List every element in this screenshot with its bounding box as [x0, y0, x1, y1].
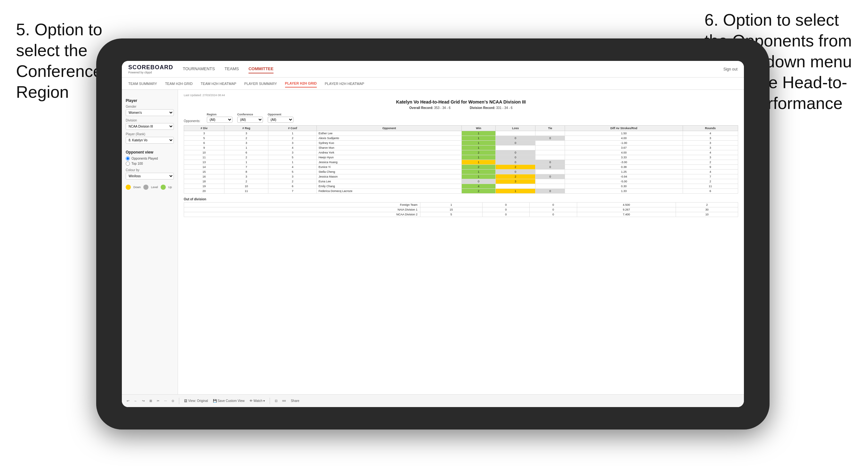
- toolbar-cut[interactable]: ✂: [157, 399, 159, 403]
- sub-nav-team-h2h-grid[interactable]: TEAM H2H GRID: [165, 80, 193, 87]
- colour-by-select[interactable]: Win/loss: [126, 173, 174, 180]
- logo-area: SCOREBOARD Powered by clippd: [128, 64, 173, 74]
- nav-tab-teams[interactable]: TEAMS: [224, 65, 239, 73]
- sub-nav-team-h2h-heatmap[interactable]: TEAM H2H HEATMAP: [201, 80, 236, 87]
- colour-level-label: Level: [151, 186, 158, 189]
- sub-nav-team-summary[interactable]: TEAM SUMMARY: [128, 80, 157, 87]
- ood-table-row: Foreign Team1004.5002: [184, 203, 738, 207]
- th-conf: # Conf: [268, 126, 317, 131]
- toolbar-back[interactable]: ←: [134, 399, 137, 403]
- th-opponent: Opponent: [317, 126, 461, 131]
- th-div: # Div: [184, 126, 224, 131]
- player-rank-label: Player (Rank): [126, 132, 174, 136]
- table-row: 331Esther Lee11.504: [184, 131, 738, 136]
- nav-tabs: TOURNAMENTS TEAMS COMMITTEE: [183, 65, 723, 73]
- out-of-division-table: Foreign Team1004.5002NAIA Division 11500…: [184, 202, 738, 217]
- colour-level-dot: [143, 185, 149, 190]
- th-diff: Diff Av Strokes/Rnd: [565, 126, 683, 131]
- ood-table-row: NAIA Division 115009.26730: [184, 207, 738, 212]
- nav-tab-committee[interactable]: COMMITTEE: [248, 65, 274, 73]
- filter-row: Opponents: Region (All) Conference (All): [184, 113, 738, 123]
- toolbar-view-original[interactable]: 🖼 View: Original: [184, 399, 208, 403]
- overall-record: Overall Record: Overall Record: 353 - 34…: [409, 106, 451, 110]
- conference-filter-select[interactable]: (All): [237, 117, 263, 123]
- division-label: Division: [126, 119, 174, 122]
- opponent-view-title: Opponent view: [126, 150, 174, 155]
- region-filter-label: Region: [207, 113, 232, 116]
- top-nav: SCOREBOARD Powered by clippd TOURNAMENTS…: [122, 61, 744, 77]
- region-filter-select[interactable]: (All): [207, 117, 232, 123]
- sidebar: Player Gender Women's Division NCAA Divi…: [122, 90, 178, 407]
- opponents-label: Opponents:: [184, 119, 200, 123]
- table-row: 19106Emily Chang40.3011: [184, 184, 738, 189]
- out-of-division-section: Out of division Foreign Team1004.5002NAI…: [184, 197, 738, 217]
- toolbar-share[interactable]: Share: [291, 399, 300, 403]
- table-row: 1474Eunice Yi2200.389: [184, 165, 738, 169]
- last-updated: Last Updated: 27/03/2024 08:44: [184, 94, 738, 97]
- toolbar-save-custom[interactable]: 💾 Save Custom View: [213, 399, 245, 403]
- gender-select[interactable]: Women's: [126, 109, 174, 116]
- main-content: Player Gender Women's Division NCAA Divi…: [122, 90, 744, 407]
- toolbar-grid[interactable]: ⊞: [149, 399, 152, 403]
- division-record: Division Record: 331 - 34 - 6: [470, 106, 513, 110]
- logo-text: SCOREBOARD: [128, 64, 173, 71]
- tablet-screen: SCOREBOARD Powered by clippd TOURNAMENTS…: [122, 61, 744, 407]
- page-title: Katelyn Vo Head-to-Head Grid for Women's…: [184, 99, 738, 104]
- sub-nav-player-h2h-heatmap[interactable]: PLAYER H2H HEATMAP: [325, 80, 364, 87]
- table-row: 1822Euna Lee03-5.002: [184, 179, 738, 184]
- sub-nav: TEAM SUMMARY TEAM H2H GRID TEAM H2H HEAT…: [122, 77, 744, 90]
- region-filter-group: Region (All): [207, 113, 232, 123]
- colour-up-dot: [161, 185, 166, 190]
- toolbar-watch[interactable]: 👁 Watch ▾: [249, 399, 265, 403]
- colour-down-label: Down: [133, 186, 141, 189]
- table-row: 1633Jessica Mason120-0.947: [184, 174, 738, 179]
- out-of-division-title: Out of division: [184, 197, 738, 201]
- th-rounds: Rounds: [683, 126, 738, 131]
- division-select[interactable]: NCAA Division III: [126, 123, 174, 130]
- content-area: Last Updated: 27/03/2024 08:44 Katelyn V…: [178, 90, 744, 407]
- table-row: 633Sydney Kuo10-1.003: [184, 141, 738, 146]
- ood-table-row: NCAA Division 25007.40010: [184, 212, 738, 217]
- toolbar-list[interactable]: ≡≡: [282, 399, 286, 403]
- table-row: 1063Andrea York204.004: [184, 150, 738, 155]
- colour-down-dot: [126, 185, 131, 190]
- radio-top-100[interactable]: Top 100: [126, 161, 174, 166]
- toolbar-redo[interactable]: ↪: [142, 399, 145, 403]
- nav-tab-tournaments[interactable]: TOURNAMENTS: [183, 65, 215, 73]
- sub-nav-player-summary[interactable]: PLAYER SUMMARY: [244, 80, 277, 87]
- table-row: 1125Heejo Hyun103.333: [184, 155, 738, 160]
- table-row: 20117Federica Domecq Lacroze2101.336: [184, 189, 738, 194]
- tablet-shell: SCOREBOARD Powered by clippd TOURNAMENTS…: [96, 38, 770, 430]
- records-row: Overall Record: Overall Record: 353 - 34…: [184, 106, 738, 110]
- toolbar-clock[interactable]: ⊙: [172, 399, 174, 403]
- table-row: 914Sharon Mun13.673: [184, 146, 738, 150]
- radio-opponents-played[interactable]: Opponents Played: [126, 156, 174, 161]
- th-win: Win: [461, 126, 495, 131]
- colour-up-label: Up: [168, 186, 172, 189]
- h2h-table: # Div # Reg # Conf Opponent Win Loss Tie…: [184, 125, 738, 194]
- table-row: 522Alexis Sudijanto1004.003: [184, 136, 738, 141]
- conference-filter-label: Conference: [237, 113, 263, 116]
- th-reg: # Reg: [224, 126, 268, 131]
- sub-nav-player-h2h-grid[interactable]: PLAYER H2H GRID: [285, 80, 317, 88]
- sidebar-player-title: Player: [126, 98, 174, 103]
- opponent-filter-label: Opponent: [268, 113, 293, 116]
- toolbar-dots[interactable]: ···: [164, 399, 167, 403]
- player-rank-select[interactable]: 8. Katelyn Vo: [126, 137, 174, 144]
- toolbar-sep-1: [179, 398, 179, 404]
- opponent-view-radios: Opponents Played Top 100: [126, 156, 174, 166]
- opponent-filter-select[interactable]: (All): [268, 117, 293, 123]
- opponent-filter-group: Opponent (All): [268, 113, 293, 123]
- th-tie: Tie: [535, 126, 565, 131]
- toolbar-sep-2: [270, 398, 270, 404]
- toolbar-undo[interactable]: ↩: [127, 399, 129, 403]
- gender-label: Gender: [126, 105, 174, 108]
- sign-out[interactable]: Sign out: [723, 67, 738, 71]
- colour-legend: Down Level Up: [126, 185, 174, 190]
- bottom-toolbar: ↩ ← ↪ ⊞ ✂ ··· ⊙ 🖼 View: Original 💾 Save …: [122, 394, 744, 407]
- conference-filter-group: Conference (All): [237, 113, 263, 123]
- colour-by-label: Colour by: [126, 168, 174, 172]
- th-loss: Loss: [496, 126, 535, 131]
- toolbar-comment[interactable]: ⊡: [275, 399, 277, 403]
- table-row: 1311Jessica Huang100-3.002: [184, 160, 738, 165]
